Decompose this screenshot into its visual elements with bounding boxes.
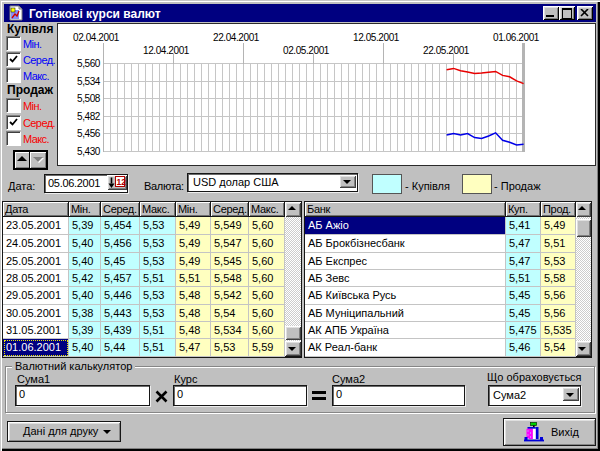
svg-text:12: 12 bbox=[117, 177, 127, 187]
